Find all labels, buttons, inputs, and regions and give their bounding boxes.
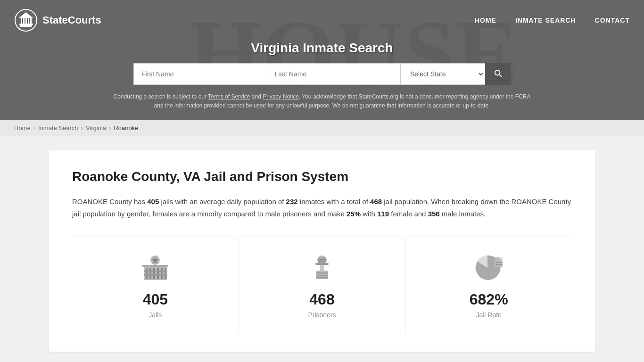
total-pop: 468	[370, 197, 382, 206]
breadcrumb-sep-1: ›	[33, 124, 35, 132]
page-title: Virginia Inmate Search	[9, 41, 635, 56]
disclaimer-text: Conducting a search is subject to our Te…	[110, 92, 534, 110]
jail-rate-stat-label: Jail Rate	[476, 311, 501, 319]
svg-rect-24	[315, 263, 329, 265]
prisoners-stat-label: Prisoners	[308, 311, 336, 319]
content-card: Roanoke County, VA Jail and Prison Syste…	[49, 150, 595, 352]
breadcrumb: Home › Inmate Search › Virginia › Roanok…	[0, 120, 644, 136]
prisoner-icon	[305, 251, 339, 284]
logo-text: StateCourts	[42, 14, 101, 26]
svg-rect-30	[316, 275, 328, 276]
site-logo[interactable]: StateCourts	[14, 8, 101, 32]
prisoners-stat-number: 468	[309, 291, 334, 308]
svg-line-10	[499, 74, 501, 76]
svg-rect-20	[142, 265, 168, 267]
site-header: StateCourts HOME INMATE SEARCH CONTACT V…	[0, 0, 644, 120]
last-name-input[interactable]	[267, 63, 401, 85]
svg-rect-31	[316, 277, 328, 279]
search-section: Virginia Inmate Search Select State Virg…	[0, 41, 644, 120]
jails-count: 405	[147, 197, 159, 206]
search-bar: Select State Virginia California Texas F…	[133, 63, 511, 85]
jail-rate-stat-number: 682%	[470, 291, 508, 308]
breadcrumb-state[interactable]: Virginia	[86, 124, 106, 132]
svg-rect-3	[21, 18, 22, 24]
chart-icon	[472, 251, 505, 284]
county-description: ROANOKE County has 405 jails with an ave…	[72, 196, 572, 220]
svg-rect-32	[320, 265, 324, 271]
stat-prisoners: 468 Prisoners	[239, 237, 406, 333]
svg-rect-16	[161, 268, 163, 279]
svg-rect-2	[19, 24, 33, 25]
state-select[interactable]: Select State Virginia California Texas F…	[400, 63, 485, 85]
terms-link[interactable]: Terms of Service	[208, 93, 250, 100]
svg-rect-26	[318, 259, 326, 260]
first-name-input[interactable]	[133, 63, 267, 85]
female-count: 119	[377, 210, 389, 218]
search-button[interactable]	[485, 63, 511, 85]
svg-rect-37	[496, 264, 502, 265]
nav-contact[interactable]: CONTACT	[595, 16, 630, 24]
svg-rect-19	[144, 274, 167, 276]
stats-row: 405 Jails	[72, 237, 572, 333]
svg-rect-18	[144, 271, 167, 272]
jails-stat-number: 405	[143, 291, 168, 308]
nav-links: HOME INMATE SEARCH CONTACT	[475, 16, 630, 24]
svg-rect-17	[165, 268, 166, 279]
county-title: Roanoke County, VA Jail and Prison Syste…	[72, 169, 572, 184]
svg-rect-7	[30, 18, 32, 24]
svg-rect-6	[28, 18, 29, 24]
svg-rect-27	[318, 261, 326, 262]
nav-bar: StateCourts HOME INMATE SEARCH CONTACT	[0, 0, 644, 41]
avg-pop: 232	[286, 197, 298, 206]
privacy-link[interactable]: Privacy Notice	[263, 93, 299, 100]
svg-marker-8	[19, 12, 33, 18]
svg-rect-13	[149, 268, 151, 279]
breadcrumb-current: Roanoke	[114, 124, 138, 132]
breadcrumb-home[interactable]: Home	[14, 124, 31, 132]
jail-icon	[139, 251, 172, 284]
stat-jails: 405 Jails	[72, 237, 239, 333]
breadcrumb-sep-2: ›	[81, 124, 83, 132]
female-pct: 25%	[347, 210, 361, 218]
stat-jail-rate: 682% Jail Rate	[405, 237, 572, 333]
nav-home[interactable]: HOME	[475, 16, 496, 24]
svg-rect-5	[25, 18, 27, 24]
male-count: 356	[428, 210, 440, 218]
svg-rect-29	[316, 272, 328, 274]
nav-inmate-search[interactable]: INMATE SEARCH	[515, 16, 576, 24]
breadcrumb-sep-3: ›	[109, 124, 111, 132]
jails-stat-label: Jails	[149, 311, 162, 319]
svg-rect-4	[23, 18, 25, 24]
svg-rect-25	[318, 257, 326, 263]
svg-rect-15	[157, 268, 159, 279]
svg-rect-36	[496, 262, 502, 263]
svg-rect-12	[146, 268, 148, 279]
svg-rect-1	[20, 25, 32, 27]
svg-rect-14	[153, 268, 155, 279]
breadcrumb-inmate-search[interactable]: Inmate Search	[38, 124, 78, 132]
main-content: Roanoke County, VA Jail and Prison Syste…	[0, 150, 644, 352]
